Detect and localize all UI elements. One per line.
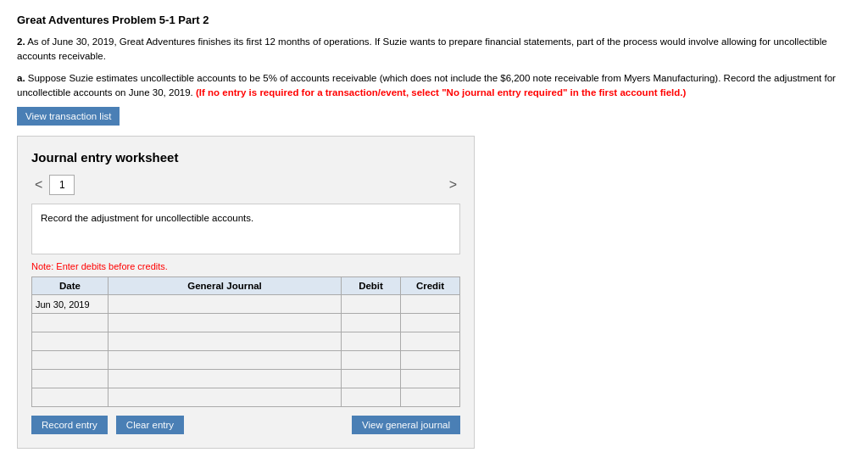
col-header-debit: Debit [342,277,401,295]
credit-cell[interactable] [401,370,460,388]
general-journal-input[interactable] [108,388,341,406]
credit-input[interactable] [401,295,459,313]
debit-cell[interactable] [342,388,401,407]
credit-cell[interactable] [401,295,460,314]
credit-cell[interactable] [401,351,460,370]
table-row [32,351,460,370]
journal-entry-worksheet: Journal entry worksheet < 1 > Record the… [17,136,475,449]
col-header-general-journal: General Journal [108,277,342,295]
date-cell [32,370,108,388]
col-header-date: Date [32,277,108,295]
problem-a-text: a. Suppose Suzie estimates uncollectible… [17,71,851,101]
credit-input[interactable] [401,370,459,388]
date-cell [32,388,108,407]
nav-right-button[interactable]: > [446,177,460,193]
credit-input[interactable] [401,351,459,369]
credit-input[interactable] [401,332,459,350]
journal-table: Date General Journal Debit Credit Jun 30… [31,276,460,407]
debit-cell[interactable] [342,351,401,370]
table-row [32,388,460,407]
general-journal-cell[interactable] [108,332,342,351]
page-title: Great Adventures Problem 5-1 Part 2 [17,14,851,26]
view-transaction-button[interactable]: View transaction list [17,107,120,126]
general-journal-input[interactable] [108,314,341,332]
debit-input[interactable] [342,370,400,388]
debit-input[interactable] [342,351,400,369]
table-row [32,370,460,388]
date-cell [32,351,108,370]
general-journal-cell[interactable] [108,314,342,332]
col-header-credit: Credit [401,277,460,295]
date-cell [32,332,108,351]
general-journal-input[interactable] [108,295,341,313]
debit-cell[interactable] [342,295,401,314]
credit-input[interactable] [401,388,459,406]
worksheet-title: Journal entry worksheet [31,150,460,165]
nav-left-button[interactable]: < [31,177,46,193]
table-row [32,332,460,351]
general-journal-cell[interactable] [108,351,342,370]
general-journal-cell[interactable] [108,388,342,407]
general-journal-cell[interactable] [108,295,342,314]
general-journal-input[interactable] [108,351,341,369]
credit-input[interactable] [401,314,459,332]
debit-cell[interactable] [342,370,401,388]
nav-page-number: 1 [49,175,75,195]
clear-entry-button[interactable]: Clear entry [116,416,184,434]
table-header-row: Date General Journal Debit Credit [32,277,460,295]
view-general-journal-button[interactable]: View general journal [352,416,460,434]
debit-input[interactable] [342,295,400,313]
credit-cell[interactable] [401,332,460,351]
problem2-text: 2. As of June 30, 2019, Great Adventures… [17,35,851,64]
date-cell: Jun 30, 2019 [32,295,108,314]
credit-cell[interactable] [401,314,460,332]
worksheet-note: Note: Enter debits before credits. [31,261,460,271]
debit-cell[interactable] [342,314,401,332]
debit-input[interactable] [342,314,400,332]
debit-cell[interactable] [342,332,401,351]
general-journal-input[interactable] [108,370,341,388]
worksheet-description: Record the adjustment for uncollectible … [31,204,460,254]
worksheet-nav: < 1 > [31,175,460,195]
date-cell [32,314,108,332]
table-row: Jun 30, 2019 [32,295,460,314]
general-journal-cell[interactable] [108,370,342,388]
bottom-buttons: Record entry Clear entry View general jo… [31,416,460,434]
record-entry-button[interactable]: Record entry [31,416,108,434]
debit-input[interactable] [342,388,400,406]
credit-cell[interactable] [401,388,460,407]
general-journal-input[interactable] [108,332,341,350]
debit-input[interactable] [342,332,400,350]
table-row [32,314,460,332]
